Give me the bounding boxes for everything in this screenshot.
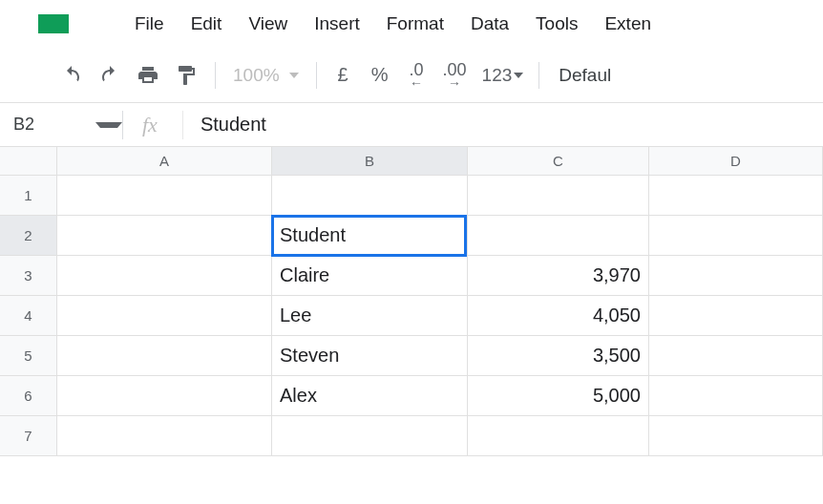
- formula-bar-row: B2 fx Student: [0, 103, 823, 147]
- chevron-down-icon: [95, 122, 122, 128]
- cell-D7[interactable]: [649, 416, 823, 455]
- cell-D5[interactable]: [649, 336, 823, 375]
- row-5: 5 Steven 3,500: [0, 336, 823, 376]
- toolbar-divider: [316, 62, 317, 89]
- col-header-C[interactable]: C: [468, 147, 649, 175]
- cell-B5[interactable]: Steven: [272, 336, 468, 375]
- cell-A7[interactable]: [57, 416, 272, 455]
- cell-C3[interactable]: 3,970: [468, 256, 649, 295]
- arrow-left-icon: ←: [410, 76, 423, 90]
- menu-insert[interactable]: Insert: [301, 8, 373, 40]
- row-header[interactable]: 7: [0, 416, 57, 455]
- column-headers: A B C D: [0, 147, 823, 176]
- row-header[interactable]: 6: [0, 376, 57, 415]
- cell-B7[interactable]: [272, 416, 468, 455]
- redo-button[interactable]: [91, 58, 129, 93]
- row-header[interactable]: 5: [0, 336, 57, 375]
- zoom-value: 100%: [233, 65, 280, 86]
- chevron-down-icon: [514, 73, 523, 78]
- arrow-right-icon: →: [448, 76, 461, 90]
- row-header[interactable]: 1: [0, 176, 57, 215]
- font-dropdown[interactable]: Defaul: [549, 65, 621, 86]
- cell-D3[interactable]: [649, 256, 823, 295]
- cell-B1[interactable]: [272, 176, 468, 215]
- col-header-A[interactable]: A: [57, 147, 272, 175]
- percent-button[interactable]: %: [360, 64, 400, 86]
- cell-D6[interactable]: [649, 376, 823, 415]
- row-1: 1: [0, 176, 823, 216]
- menu-extensions[interactable]: Exten: [591, 8, 665, 40]
- row-3: 3 Claire 3,970: [0, 256, 823, 296]
- toolbar-divider: [538, 62, 539, 89]
- menu-edit[interactable]: Edit: [178, 8, 236, 40]
- cell-D2[interactable]: [649, 216, 823, 255]
- cell-A2[interactable]: [57, 216, 272, 255]
- chevron-down-icon: [289, 73, 299, 78]
- more-formats-dropdown[interactable]: 123: [476, 65, 530, 86]
- cell-C1[interactable]: [468, 176, 649, 215]
- cell-B3[interactable]: Claire: [272, 256, 468, 295]
- cell-C7[interactable]: [468, 416, 649, 455]
- cell-C4[interactable]: 4,050: [468, 296, 649, 335]
- fx-icon: fx: [123, 113, 182, 137]
- cell-B2[interactable]: Student: [272, 216, 468, 255]
- row-4: 4 Lee 4,050: [0, 296, 823, 336]
- col-header-B[interactable]: B: [272, 147, 468, 175]
- cell-B6[interactable]: Alex: [272, 376, 468, 415]
- paint-format-button[interactable]: [167, 58, 205, 93]
- cell-C2[interactable]: [468, 216, 649, 255]
- cell-A5[interactable]: [57, 336, 272, 375]
- menu-bar: File Edit View Insert Format Data Tools …: [0, 0, 823, 48]
- cell-C6[interactable]: 5,000: [468, 376, 649, 415]
- menu-view[interactable]: View: [235, 8, 301, 40]
- cell-B4[interactable]: Lee: [272, 296, 468, 335]
- zoom-dropdown[interactable]: 100%: [225, 65, 306, 86]
- decrease-decimal-button[interactable]: .0 ←: [400, 61, 433, 90]
- name-box[interactable]: B2: [0, 115, 122, 135]
- menu-file[interactable]: File: [121, 8, 178, 40]
- name-box-value: B2: [13, 115, 34, 135]
- col-header-D[interactable]: D: [649, 147, 823, 175]
- toolbar: 100% £ % .0 ← .00 → 123 Defaul: [0, 48, 823, 103]
- increase-decimal-button[interactable]: .00 →: [433, 61, 476, 90]
- sheets-logo: [38, 14, 69, 33]
- cell-A3[interactable]: [57, 256, 272, 295]
- menu-tools[interactable]: Tools: [522, 8, 591, 40]
- spreadsheet-grid: A B C D 1 2 Student 3 Claire 3,970 4 Lee…: [0, 147, 823, 456]
- menu-data[interactable]: Data: [457, 8, 522, 40]
- cell-D1[interactable]: [649, 176, 823, 215]
- row-2: 2 Student: [0, 216, 823, 256]
- cell-D4[interactable]: [649, 296, 823, 335]
- currency-button[interactable]: £: [327, 64, 360, 86]
- cell-A1[interactable]: [57, 176, 272, 215]
- row-header[interactable]: 3: [0, 256, 57, 295]
- cell-A4[interactable]: [57, 296, 272, 335]
- toolbar-divider: [215, 62, 216, 89]
- print-button[interactable]: [129, 58, 167, 93]
- select-all-corner[interactable]: [0, 147, 57, 175]
- row-header[interactable]: 4: [0, 296, 57, 335]
- formula-bar[interactable]: Student: [183, 114, 266, 136]
- undo-button[interactable]: [53, 58, 91, 93]
- cell-C5[interactable]: 3,500: [468, 336, 649, 375]
- cell-A6[interactable]: [57, 376, 272, 415]
- menu-format[interactable]: Format: [373, 8, 457, 40]
- row-7: 7: [0, 416, 823, 456]
- row-6: 6 Alex 5,000: [0, 376, 823, 416]
- row-header[interactable]: 2: [0, 216, 57, 255]
